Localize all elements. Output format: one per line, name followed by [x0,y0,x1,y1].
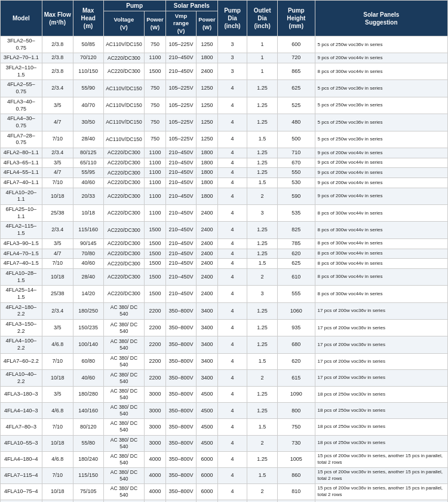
table-cell: 17 pcs of 200w voc36v in series [315,320,447,336]
table-cell: 4 [217,188,247,204]
table-cell: 2 [247,435,278,451]
table-cell: 350–800V [165,302,197,319]
table-cell: 3FLA2–70–1.1 [1,53,42,63]
table-cell: 1100 [145,168,166,178]
table-cell: 210–450V [165,286,197,302]
table-cell: 4 [217,435,247,451]
table-cell: 1.25 [247,451,278,467]
table-cell: AC220/DC300 [103,249,145,259]
table-cell: 6000 [197,467,218,483]
table-cell: 105–225V [165,114,197,131]
table-cell: AC220/DC300 [103,188,145,204]
table-cell: AC220/DC300 [103,238,145,249]
table-cell: 2200 [145,369,166,386]
table-cell: 2/3.4 [42,222,73,238]
table-cell: 590 [277,188,315,204]
table-cell: 9 pcs of 200w voc44v in series [315,53,447,63]
table-row: 4FLA10–75–410/1875/105AC 380/ DC 5404000… [1,483,448,500]
table-cell: 865 [277,63,315,80]
table-cell: 210–450V [165,158,197,168]
table-cell: 1800 [197,178,218,188]
table-cell: 2 [247,369,278,386]
table-cell: AC110V/DC150 [103,36,145,53]
table-cell: 1.5 [247,259,278,269]
table-row: 4FLA2–80–1.12/3.480/125AC220/DC300110021… [1,148,448,158]
table-cell: 1800 [197,53,218,63]
table-cell: 17 pcs of 200w voc36v in series [315,353,447,369]
col-max-head: Max Head(m) [73,1,103,36]
table-row: 4FLA7–80–37/1080/120AC 380/ DC 540300035… [1,419,448,435]
table-cell: 3400 [197,353,218,369]
table-cell: 10/18 [42,369,73,386]
table-cell: 1250 [197,80,218,97]
table-cell: 350–800V [165,419,197,435]
table-cell: 7/10 [42,259,73,269]
table-cell: 4/7 [42,168,73,178]
table-cell: 3/5 [42,387,73,403]
table-cell: 80/120 [73,419,103,435]
table-cell: 15 pcs of 200w voc36v in series, another… [315,467,447,483]
table-cell: 4 [217,238,247,249]
table-row: 4FLA3–40–0.753/540/70AC110V/DC150750105–… [1,97,448,114]
table-cell: 2 [247,483,278,500]
table-row: 4FLA7–40–1.57/1040/60AC220/DC3001500210–… [1,259,448,269]
table-cell: 2/3.8 [42,63,73,80]
table-cell: 1.25 [247,158,278,168]
col-vmp-range: Vmp range(V) [165,11,197,36]
table-cell: 90/145 [73,238,103,249]
table-cell: 2400 [197,286,218,302]
table-cell: AC 380/ DC 540 [103,435,145,451]
table-cell: 210–450V [165,188,197,204]
table-cell: 7/10 [42,467,73,483]
table-cell: 4 [217,268,247,285]
table-cell: 1.5 [247,467,278,483]
table-cell: 5 pcs of 250w voc36v in series [315,97,447,114]
table-cell: 60/80 [73,353,103,369]
table-cell: 210–450V [165,238,197,249]
table-cell: 1100 [145,53,166,63]
table-cell: AC110V/DC150 [103,97,145,114]
table-cell: 670 [277,158,315,168]
table-row: 4FLA7–115–47/10115/150AC 380/ DC 5404000… [1,467,448,483]
table-cell: 620 [277,353,315,369]
table-cell: 6FLA25–10–1.1 [1,205,42,222]
table-cell: 935 [277,320,315,336]
table-cell: 180/240 [73,451,103,467]
col-max-flow: Max Flow(m³/h) [42,1,73,36]
table-cell: 210–450V [165,148,197,158]
table-cell: 3 [247,500,278,502]
table-cell: 860 [277,467,315,483]
table-cell: 2/3.4 [42,148,73,158]
table-cell: 1.25 [247,97,278,114]
table-body: 3FLA2–50–0.752/3.850/85AC110V/DC15075010… [1,36,448,502]
table-cell: 4FLA4–70–1.5 [1,249,42,259]
table-cell: 1500 [145,268,166,285]
col-solar-power: Power(W) [197,11,218,36]
table-cell: 4FLA4–30–0.75 [1,114,42,131]
table-cell: 4 [217,286,247,302]
table-cell: 555 [277,286,315,302]
table-cell: 4 [217,97,247,114]
table-cell: 760 [277,500,315,502]
table-cell: 3FLA2–110–1.5 [1,63,42,80]
table-row: 4FLA3–180–33/5180/280AC 380/ DC 54030003… [1,387,448,403]
table-cell: 4FLA4–140–3 [1,403,42,419]
table-cell: 15 pcs of 200w voc36v in series, another… [315,500,447,502]
table-cell: 210–450V [165,178,197,188]
table-cell: 530 [277,178,315,188]
table-cell: 4 [217,148,247,158]
table-cell: AC110V/DC150 [103,80,145,97]
table-cell: 105–225V [165,131,197,148]
table-cell: 1100 [145,188,166,204]
table-cell: 4 [217,114,247,131]
table-cell: 4FLA10–20–1.1 [1,188,42,204]
table-cell: 500 [277,131,315,148]
table-cell: 1800 [197,158,218,168]
table-cell: 10/18 [73,205,103,222]
table-cell: 480 [277,114,315,131]
main-table-container: Model Max Flow(m³/h) Max Head(m) Pump So… [0,0,448,502]
table-cell: AC 380/ DC 540 [103,483,145,500]
table-cell: 30/50 [73,114,103,131]
table-cell: 350–800V [165,500,197,502]
table-cell: 8 pcs of 300w voc44v in series [315,63,447,80]
